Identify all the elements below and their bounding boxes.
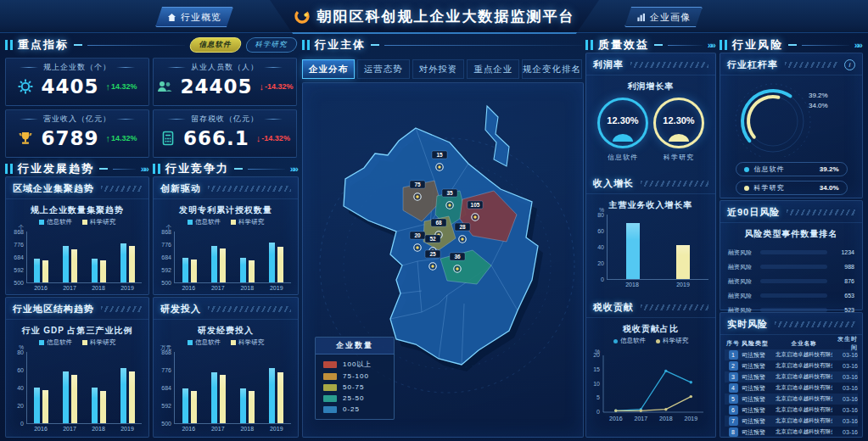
trophy-icon [17,130,34,147]
tab-item[interactable]: 运营态势 [357,59,410,79]
filter-tag[interactable]: 信息软件 [188,37,243,53]
more-chevrons-icon[interactable] [290,164,297,174]
svg-text:25: 25 [429,251,436,257]
chart-legend: 信息软件科学研究 [154,338,298,347]
realtime-risk-panel: 实时风险 序号风险类型 企业名称发生时间 1 司法预警 北京启迪卓越科技有限公司… [720,312,863,438]
leverage-gauge: 39.2%34.0% [720,75,860,157]
gauge-label: 信息软件 [608,153,638,162]
map-legend: 企业数量 100以上 75-100 50-75 25-50 0-25 [315,337,395,420]
svg-text:10: 10 [593,381,600,387]
section-title: 行业风险 [732,37,783,53]
tab-item[interactable]: 对外投资 [412,59,465,79]
map-legend-item: 25-50 [316,393,394,404]
table-row[interactable]: 2 司法预警 北京启迪卓越科技有限公司 03-16 [725,360,858,371]
risk-ranking-row: 融资风险 988 [728,260,854,274]
svg-text:36: 36 [454,254,461,260]
table-row[interactable]: 6 司法预警 北京启迪卓越科技有限公司 03-16 [725,405,858,416]
subpanel-title: 创新驱动 [160,182,201,195]
section-title: 行业发展趋势 [18,161,94,176]
line-decor [668,45,703,46]
line-decor [248,169,285,170]
section-title: 行业主体 [315,37,366,53]
legend-item: 信息软件 [39,338,72,347]
map-legend-item: 75-100 [316,371,394,382]
dash-decor [234,168,243,170]
legend-item: 科学研究 [82,218,115,226]
chart-patents: 发明专利累计授权数量信息软件科学研究个868776684592500 20162… [154,204,298,291]
chart-title: 规上企业数量集聚趋势 [6,204,148,216]
svg-text:15: 15 [593,366,600,372]
more-chevrons-icon[interactable] [708,40,714,50]
subpanel-title: 税收贡献 [593,301,634,314]
indicator-card: 留存税收（亿元） 666.1 ↓-14.32% [153,109,297,158]
indicator-value: 666.1 [183,127,249,149]
map-legend-item: 100以上 [316,358,394,371]
svg-text:68: 68 [435,220,442,226]
table-row[interactable]: 3 司法预警 北京启迪卓越科技有限公司 03-16 [725,371,858,382]
indicator-title: 营业收入（亿元） [6,114,148,125]
filter-tag[interactable]: 科学研究 [244,37,299,53]
panel-innovation: 创新驱动 发明专利累计授权数量信息软件科学研究个868776684592500 … [153,176,299,295]
chart-title: 利润增长率 [586,81,715,92]
legend-swatch-icon [323,406,337,413]
nav-enterprise-portrait-button[interactable]: 企业画像 [624,7,703,27]
dash-decor [99,168,108,170]
chart-title: 风险类型事件数量排名 [720,228,862,240]
section-head-risk: 行业风险 [720,37,861,53]
tab-item[interactable]: 规企变化排名 [522,59,582,79]
tab-active[interactable]: 企业分布 [302,59,355,79]
dash-decor [74,44,82,46]
svg-text:5: 5 [596,394,600,400]
table-header: 序号风险类型 企业名称发生时间 [725,338,858,349]
legend-swatch-icon [323,384,337,391]
indicator-delta: ↑14.32% [105,81,137,92]
line-decor [802,45,849,46]
svg-text:20: 20 [593,352,600,358]
legend-dot-icon [744,167,749,172]
indicator-delta: ↓-14.32% [256,133,290,143]
platform-logo-icon [294,8,311,25]
leverage-legend-item: 信息软件39.2% [736,162,848,176]
gauge-value: 12.30% [663,115,694,126]
legend-item: 科学研究 [656,337,688,345]
subpanel-title: 行业杠杆率 [727,59,778,71]
risk-ranking-row: 融资风险 653 [728,288,854,303]
map-legend-item: 50-75 [316,382,394,393]
subpanel-title: 实时风险 [727,318,768,331]
indicator-card: 营业收入（亿元） 6789 ↑14.32% [5,109,149,158]
legend-item: 科学研究 [231,218,264,226]
indicator-delta: ↑14.32% [105,133,137,143]
table-row[interactable]: 4 司法预警 北京启迪卓越科技有限公司 03-16 [725,382,858,394]
line-decor [87,45,185,46]
indicator-title: 从业人员数（人） [154,62,296,73]
legend-item: 信息软件 [188,218,221,226]
subpanel-title: 行业地区结构趋势 [13,303,94,315]
svg-text:2016: 2016 [609,416,623,421]
gauge-label: 科学研究 [664,153,694,162]
more-chevrons-icon[interactable] [141,164,148,174]
section-head-trend: 行业发展趋势 [5,161,148,176]
legend-swatch-icon [323,361,337,368]
risk-ranking-row: 融资风险 1234 [728,245,854,260]
table-row[interactable]: 8 司法预警 北京启迪卓越科技有限公司 03-16 [725,427,858,438]
section-bars-icon [302,40,310,50]
info-icon[interactable] [844,59,855,70]
table-row[interactable]: 5 司法预警 北京启迪卓越科技有限公司 03-16 [725,394,858,405]
legend-swatch-icon [323,373,337,380]
svg-text:105: 105 [471,202,480,208]
subpanel-title: 利润率 [593,59,624,71]
table-row[interactable]: 7 司法预警 北京启迪卓越科技有限公司 03-16 [725,416,858,427]
hatch-decor [641,181,708,187]
svg-text:34.0%: 34.0% [809,102,828,109]
legend-swatch-icon [323,395,337,402]
arrow-down-icon: ↓ [260,81,265,92]
section-head-competitiveness: 行业竞争力 [153,161,297,176]
chart-title: 主营业务收入增长率 [586,199,715,211]
profit-gauge: 12.30% 科学研究 [653,98,704,162]
nav-industry-overview-button[interactable]: 行业概览 [155,7,233,27]
calculator-icon [160,130,176,147]
tab-item[interactable]: 重点企业 [467,59,519,79]
chart-tax-contribution: 税收贡献占比 信息软件科学研究 % 2015105020162017201820… [586,323,715,427]
more-chevrons-icon[interactable] [854,40,861,50]
risk-ranking-row: 融资风险 876 [728,274,854,288]
